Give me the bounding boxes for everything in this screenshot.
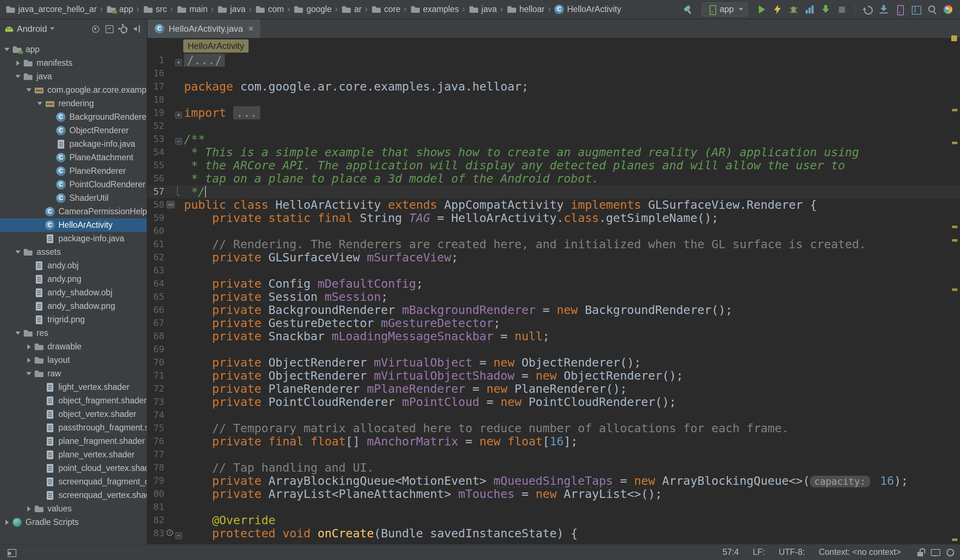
- tree-item-com-google-ar-core-examples-java-helloar[interactable]: com.google.ar.core.examples.java.helloar: [0, 83, 147, 97]
- caret-position-widget[interactable]: 57:4: [722, 547, 739, 557]
- tree-collapsed-arrow-icon[interactable]: [24, 502, 34, 515]
- warning-stripe-mark[interactable]: [952, 538, 957, 541]
- line-number[interactable]: 69: [147, 343, 166, 356]
- breadcrumb-helloar[interactable]: helloar: [506, 3, 546, 16]
- tree-item-andy-png[interactable]: andy.png: [0, 272, 147, 286]
- warning-stripe-mark[interactable]: [952, 288, 957, 291]
- line-number[interactable]: 52: [147, 119, 166, 133]
- tool-windows-button[interactable]: [910, 3, 922, 16]
- code-line-53[interactable]: 53−/**: [147, 133, 960, 146]
- breadcrumb-java[interactable]: java: [216, 3, 246, 16]
- tree-item-pointcloudrenderer[interactable]: PointCloudRenderer: [0, 178, 147, 191]
- line-separator-widget[interactable]: LF:: [753, 547, 765, 557]
- code-line-52[interactable]: 52: [147, 119, 960, 133]
- fold-plus-icon[interactable]: +: [175, 54, 181, 67]
- line-number[interactable]: 67: [147, 317, 166, 330]
- line-number[interactable]: 78: [147, 461, 166, 474]
- line-number[interactable]: 71: [147, 369, 166, 382]
- tree-collapsed-arrow-icon[interactable]: [24, 340, 34, 354]
- profiler-button[interactable]: [803, 3, 816, 16]
- line-number[interactable]: 57: [147, 185, 166, 198]
- fold-end-icon[interactable]: [175, 185, 181, 198]
- warning-stripe-mark[interactable]: [952, 109, 957, 111]
- hide-panel-button[interactable]: [131, 22, 143, 35]
- tree-item-camerapermissionhelper[interactable]: CameraPermissionHelper: [0, 205, 147, 218]
- debug-bug-button[interactable]: [787, 3, 800, 16]
- line-number[interactable]: 61: [147, 238, 166, 251]
- fold-minus-icon[interactable]: −: [175, 527, 181, 540]
- sdk-manager-button[interactable]: [877, 3, 890, 16]
- line-number[interactable]: 62: [147, 251, 166, 264]
- line-number[interactable]: 1: [147, 54, 166, 67]
- line-number[interactable]: 60: [147, 224, 166, 238]
- tree-collapsed-arrow-icon[interactable]: [13, 56, 22, 70]
- code-line-56[interactable]: 56 * tap on a plane to place a 3d model …: [147, 172, 960, 185]
- code-line-55[interactable]: 55 * the ARCore API. The application wil…: [147, 159, 960, 172]
- tree-item-objectrenderer[interactable]: ObjectRenderer: [0, 124, 147, 137]
- tree-item-light-vertex-shader[interactable]: light_vertex.shader: [0, 381, 147, 394]
- tree-item-object-fragment-shader[interactable]: object_fragment.shader: [0, 394, 147, 407]
- breadcrumb-main[interactable]: main: [176, 3, 208, 16]
- line-number[interactable]: 58: [147, 198, 166, 211]
- code-line-70[interactable]: 70 private ObjectRenderer mVirtualObject…: [147, 356, 960, 369]
- code-line-17[interactable]: 17package com.google.ar.core.examples.ja…: [147, 80, 960, 93]
- tree-item-package-info-java[interactable]: package-info.java: [0, 137, 147, 151]
- code-line-60[interactable]: 60: [147, 224, 960, 238]
- tree-item-raw[interactable]: raw: [0, 367, 147, 381]
- code-line-62[interactable]: 62 private GLSurfaceView mSurfaceView;: [147, 251, 960, 264]
- line-number[interactable]: 54: [147, 146, 166, 159]
- code-line-68[interactable]: 68 private Snackbar mLoadingMessageSnack…: [147, 330, 960, 343]
- override-icon[interactable]: [166, 527, 175, 540]
- tree-item-plane-fragment-shader[interactable]: plane_fragment.shader: [0, 434, 147, 448]
- breadcrumb-examples[interactable]: examples: [409, 3, 459, 16]
- tree-item-backgroundrenderer[interactable]: BackgroundRenderer: [0, 110, 147, 124]
- tree-item-planerenderer[interactable]: PlaneRenderer: [0, 164, 147, 178]
- tree-item-manifests[interactable]: manifests: [0, 56, 147, 70]
- code-area[interactable]: 1+/.../1617package com.google.ar.core.ex…: [147, 54, 960, 544]
- tree-expanded-arrow-icon[interactable]: [13, 70, 22, 83]
- code-line-57[interactable]: 57 */: [147, 185, 960, 198]
- tree-item-andy-shadow-png[interactable]: andy_shadow.png: [0, 299, 147, 313]
- context-widget[interactable]: Context: <no context>: [819, 547, 901, 557]
- inspection-status-indicator[interactable]: [951, 35, 957, 41]
- display-icon[interactable]: [930, 547, 940, 558]
- code-line-66[interactable]: 66 private BackgroundRenderer mBackgroun…: [147, 303, 960, 317]
- gradle-sync-button[interactable]: [861, 3, 874, 16]
- breadcrumb-helloaractivity[interactable]: HelloArActivity: [553, 3, 622, 16]
- tree-item-passthrough-fragment-shader[interactable]: passthrough_fragment.shader: [0, 421, 147, 434]
- code-line-65[interactable]: 65 private Session mSession;: [147, 290, 960, 303]
- line-number[interactable]: 74: [147, 408, 166, 422]
- code-line-61[interactable]: 61 // Rendering. The Renderers are creat…: [147, 238, 960, 251]
- tree-item-helloaractivity[interactable]: HelloArActivity: [0, 218, 147, 232]
- code-line-78[interactable]: 78 // Tap handling and UI.: [147, 461, 960, 474]
- code-line-73[interactable]: 73 private PointCloudRenderer mPointClou…: [147, 395, 960, 408]
- inspections-profile-icon[interactable]: [944, 547, 955, 558]
- readonly-lock-icon[interactable]: [915, 547, 926, 558]
- line-number[interactable]: 19: [147, 106, 166, 119]
- line-number[interactable]: 64: [147, 277, 166, 290]
- build-hammer-button[interactable]: [682, 3, 694, 16]
- tree-item-drawable[interactable]: drawable: [0, 340, 147, 354]
- line-number[interactable]: 81: [147, 501, 166, 514]
- breadcrumb-core[interactable]: core: [370, 3, 401, 16]
- code-line-54[interactable]: 54 * This is a simple example that shows…: [147, 146, 960, 159]
- code-line-82[interactable]: 82 @Override: [147, 514, 960, 527]
- code-line-71[interactable]: 71 private ObjectRenderer mVirtualObject…: [147, 369, 960, 382]
- code-line-76[interactable]: 76 private final float[] mAnchorMatrix =…: [147, 435, 960, 448]
- tree-item-java[interactable]: java: [0, 70, 147, 83]
- tree-item-plane-vertex-shader[interactable]: plane_vertex.shader: [0, 448, 147, 461]
- tree-item-package-info-java[interactable]: package-info.java: [0, 232, 147, 245]
- code-line-75[interactable]: 75 // Temporary matrix allocated here to…: [147, 422, 960, 435]
- breadcrumb-google[interactable]: google: [292, 3, 332, 16]
- encoding-widget[interactable]: UTF-8:: [779, 547, 805, 557]
- code-line-64[interactable]: 64 private Config mDefaultConfig;: [147, 277, 960, 290]
- line-number[interactable]: 73: [147, 395, 166, 408]
- fold-plus-icon[interactable]: +: [175, 106, 181, 119]
- line-number[interactable]: 17: [147, 80, 166, 93]
- line-number[interactable]: 82: [147, 514, 166, 527]
- stop-button[interactable]: [835, 3, 848, 16]
- tree-collapsed-arrow-icon[interactable]: [2, 515, 12, 529]
- tree-item-planeattachment[interactable]: PlaneAttachment: [0, 151, 147, 164]
- assistant-sphere-button[interactable]: [942, 3, 954, 16]
- code-line-83[interactable]: 83− protected void onCreate(Bundle saved…: [147, 527, 960, 540]
